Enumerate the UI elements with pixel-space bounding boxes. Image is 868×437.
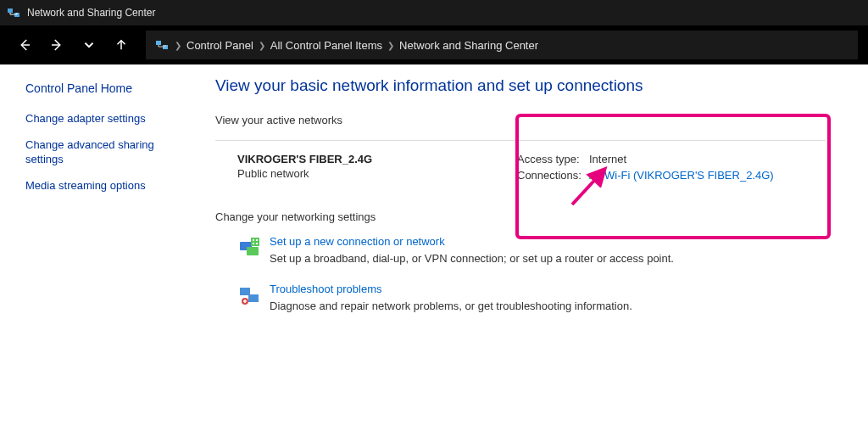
svg-rect-9 bbox=[247, 247, 259, 255]
forward-button[interactable] bbox=[42, 31, 71, 59]
back-button[interactable] bbox=[10, 31, 39, 59]
chevron-right-icon[interactable]: ❯ bbox=[387, 41, 394, 50]
network-type: Public network bbox=[237, 167, 517, 180]
nav-toolbar: ❯ Control Panel ❯ All Control Panel Item… bbox=[0, 25, 868, 64]
setup-connection-link[interactable]: Set up a new connection or network bbox=[270, 235, 674, 248]
troubleshoot-icon bbox=[237, 283, 261, 306]
page-title: View your basic network information and … bbox=[215, 76, 841, 95]
access-type-value: Internet bbox=[589, 153, 626, 165]
control-panel-home-link[interactable]: Control Panel Home bbox=[25, 81, 192, 95]
window-titlebar: Network and Sharing Center bbox=[0, 0, 868, 25]
active-networks-label: View your active networks bbox=[215, 114, 841, 126]
breadcrumb-item[interactable]: All Control Panel Items bbox=[270, 39, 382, 52]
address-bar[interactable]: ❯ Control Panel ❯ All Control Panel Item… bbox=[146, 31, 858, 59]
connections-label: Connections: bbox=[517, 169, 589, 182]
svg-rect-0 bbox=[8, 8, 13, 13]
chevron-right-icon[interactable]: ❯ bbox=[175, 41, 181, 50]
wifi-signal-icon bbox=[589, 169, 601, 182]
troubleshoot-desc: Diagnose and repair network problems, or… bbox=[270, 300, 632, 312]
sidebar: Control Panel Home Change adapter settin… bbox=[0, 64, 203, 437]
access-type-label: Access type: bbox=[517, 153, 589, 165]
up-button[interactable] bbox=[107, 31, 136, 59]
network-center-icon bbox=[7, 6, 20, 20]
sidebar-link-adapter[interactable]: Change adapter settings bbox=[25, 112, 178, 126]
recent-dropdown[interactable] bbox=[75, 31, 103, 59]
breadcrumb-item[interactable]: Control Panel bbox=[186, 39, 253, 52]
connection-link[interactable]: Wi-Fi (VIKROGER'S FIBER_2.4G) bbox=[604, 169, 774, 182]
troubleshoot-link[interactable]: Troubleshoot problems bbox=[270, 283, 632, 295]
window-title: Network and Sharing Center bbox=[27, 7, 155, 19]
main-content: View your basic network information and … bbox=[203, 64, 868, 437]
divider bbox=[215, 140, 826, 141]
network-center-icon bbox=[154, 37, 170, 53]
new-connection-icon bbox=[237, 235, 261, 259]
change-settings-label: Change your networking settings bbox=[215, 210, 841, 223]
breadcrumb-item[interactable]: Network and Sharing Center bbox=[399, 39, 538, 52]
sidebar-link-media-streaming[interactable]: Media streaming options bbox=[25, 179, 178, 193]
svg-rect-5 bbox=[593, 173, 595, 179]
svg-rect-12 bbox=[248, 294, 259, 302]
sidebar-link-advanced-sharing[interactable]: Change advanced sharing settings bbox=[25, 138, 178, 167]
svg-rect-6 bbox=[596, 171, 598, 179]
svg-rect-4 bbox=[589, 176, 592, 179]
network-name: VIKROGER'S FIBER_2.4G bbox=[237, 153, 517, 165]
svg-rect-11 bbox=[240, 288, 250, 295]
chevron-right-icon[interactable]: ❯ bbox=[259, 41, 265, 50]
setup-connection-desc: Set up a broadband, dial-up, or VPN conn… bbox=[270, 252, 674, 265]
svg-rect-2 bbox=[156, 41, 161, 45]
